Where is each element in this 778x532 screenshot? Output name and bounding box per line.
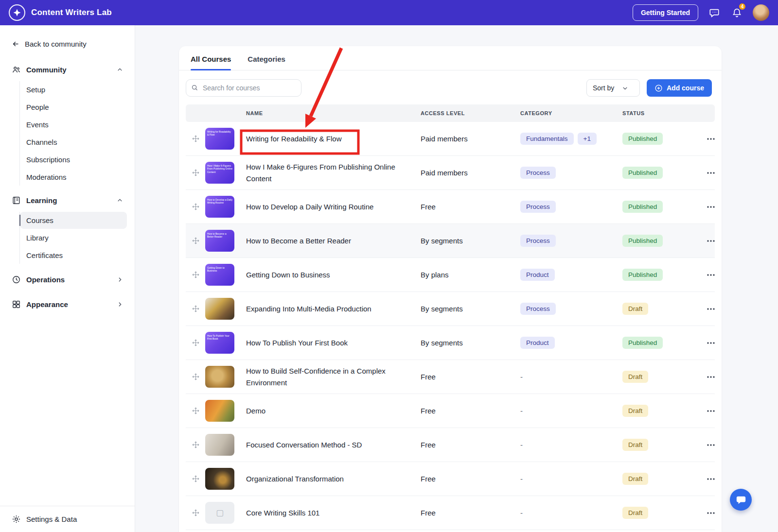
ellipsis-icon (707, 376, 715, 378)
course-access-level: Paid members (421, 169, 520, 177)
drag-handle-icon[interactable] (186, 373, 205, 380)
table-row[interactable]: How I Make 6-Figures From Publishing Onl… (186, 156, 715, 190)
more-options-button[interactable] (701, 129, 721, 149)
drag-handle-icon[interactable] (186, 305, 205, 312)
tab-all-courses[interactable]: All Courses (191, 55, 231, 70)
course-name[interactable]: Demo (241, 405, 421, 416)
sidebar-item-certificates[interactable]: Certificates (20, 247, 127, 264)
more-options-button[interactable] (701, 231, 721, 251)
course-thumbnail (205, 400, 234, 422)
table-row[interactable]: Core Writing Skills 101 Free - Draft (186, 496, 715, 530)
more-options-button[interactable] (701, 299, 721, 319)
course-access-level: By segments (421, 339, 520, 347)
table-row[interactable]: Getting Down to Business Getting Down to… (186, 258, 715, 292)
course-access-level: Free (421, 407, 520, 415)
sidebar-item-subscriptions[interactable]: Subscriptions (20, 151, 127, 168)
drag-handle-icon[interactable] (186, 339, 205, 346)
table-row[interactable]: Expanding Into Multi-Media Production By… (186, 292, 715, 326)
drag-handle-icon[interactable] (186, 441, 205, 448)
ellipsis-icon (707, 342, 715, 344)
course-name[interactable]: How I Make 6-Figures From Publishing Onl… (241, 161, 421, 184)
table-row[interactable]: How To Publish Your First Book How To Pu… (186, 326, 715, 360)
more-options-button[interactable] (701, 197, 721, 217)
course-thumbnail: Writing for Readability & Flow (205, 128, 234, 150)
messages-icon[interactable] (708, 6, 721, 19)
section-label: Learning (26, 196, 57, 205)
notification-badge: 4 (738, 2, 746, 11)
table-row[interactable]: Writing for Readability & Flow Writing f… (186, 122, 715, 156)
table-row[interactable]: How to Build Self-Confidence in a Comple… (186, 360, 715, 394)
ellipsis-icon (707, 444, 715, 446)
table-row[interactable]: Organizational Transformation Free - Dra… (186, 462, 715, 496)
course-name[interactable]: Organizational Transformation (241, 473, 421, 484)
sort-by-dropdown[interactable]: Sort by (586, 79, 640, 97)
people-icon (12, 65, 21, 74)
course-name[interactable]: How to Become a Better Reader (241, 235, 421, 246)
course-name[interactable]: Getting Down to Business (241, 269, 421, 280)
sidebar-item-library[interactable]: Library (20, 229, 127, 246)
more-options-button[interactable] (701, 333, 721, 353)
add-course-button[interactable]: Add course (647, 79, 712, 97)
courses-table: NAME ACCESS LEVEL CATEGORY STATUS Writin… (179, 97, 722, 530)
course-name[interactable]: How To Publish Your First Book (241, 337, 421, 348)
more-options-button[interactable] (701, 435, 721, 455)
sidebar-item-events[interactable]: Events (20, 116, 127, 133)
table-row[interactable]: Focused Conversation Method - SD Free - … (186, 428, 715, 462)
ellipsis-icon (707, 478, 715, 481)
sidebar-item-courses[interactable]: Courses (20, 212, 127, 229)
sidebar-section-appearance[interactable]: Appearance (0, 293, 135, 315)
course-category: - (520, 407, 622, 415)
sidebar-item-people[interactable]: People (20, 99, 127, 116)
notifications-bell-icon[interactable]: 4 (730, 6, 743, 19)
sidebar-section-community[interactable]: Community (0, 59, 135, 81)
sidebar-section-learning[interactable]: Learning (0, 189, 135, 211)
course-thumbnail: How to Become a Better Reader (205, 230, 234, 252)
course-status: Published (622, 269, 695, 281)
drag-handle-icon[interactable] (186, 509, 205, 516)
drag-handle-icon[interactable] (186, 237, 205, 244)
drag-handle-icon[interactable] (186, 407, 205, 414)
drag-handle-icon[interactable] (186, 135, 205, 142)
table-row[interactable]: Demo Free - Draft (186, 394, 715, 428)
drag-handle-icon[interactable] (186, 203, 205, 210)
chat-widget-button[interactable] (730, 489, 752, 511)
search-icon (191, 84, 198, 91)
sidebar-item-setup[interactable]: Setup (20, 81, 127, 98)
category-badge: Process (520, 201, 556, 213)
course-thumbnail (205, 434, 234, 456)
drag-handle-icon[interactable] (186, 475, 205, 482)
more-options-button[interactable] (701, 163, 721, 183)
sidebar-item-channels[interactable]: Channels (20, 134, 127, 151)
more-options-button[interactable] (701, 401, 721, 421)
drag-handle-icon[interactable] (186, 271, 205, 278)
tab-categories[interactable]: Categories (248, 55, 285, 70)
course-status: Draft (622, 507, 695, 519)
course-name[interactable]: Core Writing Skills 101 (241, 507, 421, 518)
plus-circle-icon (654, 84, 663, 92)
user-avatar[interactable] (753, 4, 769, 21)
drag-handle-icon[interactable] (186, 169, 205, 176)
back-to-community-link[interactable]: Back to community (0, 25, 135, 52)
brand: Content Writers Lab (9, 4, 112, 21)
course-name[interactable]: How to Build Self-Confidence in a Comple… (241, 365, 421, 388)
course-access-level: By plans (421, 271, 520, 279)
getting-started-button[interactable]: Getting Started (633, 4, 698, 21)
table-body: Writing for Readability & Flow Writing f… (186, 122, 715, 530)
course-status: Published (622, 337, 695, 349)
sidebar-section-operations[interactable]: Operations (0, 269, 135, 291)
more-options-button[interactable] (701, 367, 721, 387)
course-name[interactable]: Expanding Into Multi-Media Production (241, 303, 421, 314)
course-name[interactable]: Focused Conversation Method - SD (241, 439, 421, 450)
search-input[interactable] (186, 79, 301, 97)
course-name[interactable]: Writing for Readability & Flow (241, 133, 421, 144)
course-name[interactable]: How to Develop a Daily Writing Routine (241, 201, 421, 212)
sidebar-item-moderations[interactable]: Moderations (20, 169, 127, 186)
more-options-button[interactable] (701, 265, 721, 285)
more-options-button[interactable] (701, 469, 721, 489)
settings-and-data[interactable]: Settings & Data (0, 506, 135, 532)
table-row[interactable]: How to Become a Better Reader How to Bec… (186, 224, 715, 258)
course-category: Product (520, 337, 622, 349)
column-status: STATUS (622, 110, 695, 116)
more-options-button[interactable] (701, 503, 721, 523)
table-row[interactable]: How to Develop a Daily Writing Routine H… (186, 190, 715, 224)
